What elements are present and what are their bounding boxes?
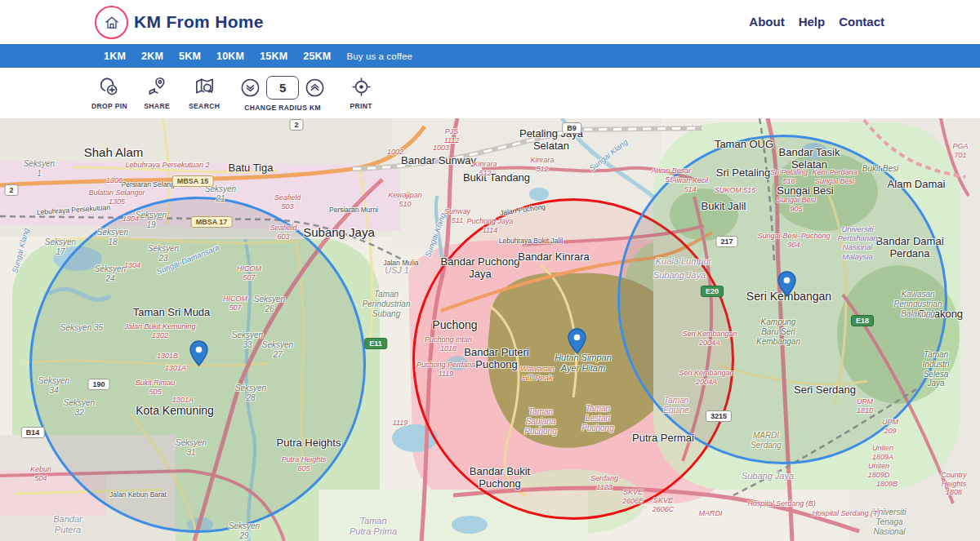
map-label: USJ 1: [385, 265, 409, 276]
nav-contact[interactable]: Contact: [839, 15, 884, 29]
map-label: Sungai Klang: [587, 137, 629, 173]
map-label: Kewajipan 510: [388, 191, 422, 208]
radius-decrease-icon[interactable]: [240, 78, 261, 98]
route-shield: 2: [289, 119, 303, 131]
map-canvas[interactable]: Shah AlamBatu TigaBandar SunwayPetaling …: [0, 118, 980, 541]
map-label: SKVE 2606C: [653, 496, 675, 513]
page-title[interactable]: KM From Home: [134, 12, 264, 32]
map-label: 1119: [393, 419, 408, 428]
map-label: Kinrara 512: [530, 156, 554, 173]
map-label: Bandar Sunway: [401, 154, 476, 166]
map-label: Country Heights 1808: [941, 471, 967, 497]
map-label: Batu Tiga: [229, 162, 274, 174]
top-navigation: About Help Contact: [749, 15, 884, 29]
map-label: Sungai Klang: [10, 227, 30, 274]
home-icon: [104, 15, 120, 31]
app-header: KM From Home About Help Contact: [0, 0, 980, 44]
drop-pin-icon: [99, 76, 121, 98]
map-pin[interactable]: [777, 271, 796, 300]
route-shield: B9: [562, 122, 581, 134]
map-label: Kinrara 512: [473, 160, 497, 177]
map-label: Jalan Mulia: [384, 259, 419, 267]
nav-help[interactable]: Help: [799, 15, 826, 29]
home-logo[interactable]: [95, 6, 128, 39]
km-link-10km[interactable]: 10KM: [216, 51, 244, 62]
map-label: Bandar Putera: [53, 514, 82, 535]
map-label: Hospital Serdang (B): [747, 499, 816, 508]
route-shield: 2: [4, 184, 18, 196]
route-shield: MBSA 15: [172, 175, 214, 187]
search-label: SEARCH: [189, 102, 220, 110]
map-label: Seksyen 1: [24, 159, 55, 179]
map-label: Uniten 1809A: [872, 444, 893, 461]
nav-about[interactable]: About: [749, 15, 784, 29]
map-overlays: Shah AlamBatu TigaBandar SunwayPetaling …: [0, 118, 980, 541]
km-link-25km[interactable]: 25KM: [303, 51, 331, 62]
km-link-1km[interactable]: 1KM: [104, 51, 126, 62]
map-label: Lebuhraya Persekutuan: [37, 203, 111, 216]
share-button[interactable]: SHARE: [139, 76, 175, 110]
drop-pin-label: DROP PIN: [91, 102, 127, 110]
map-label: Subang Jaya: [303, 225, 375, 240]
map-label: Bukit Tandang: [463, 171, 530, 184]
search-icon: [194, 76, 216, 98]
change-radius-label: CHANGE RADIUS KM: [244, 104, 321, 112]
map-label: Sunway 511: [444, 207, 470, 224]
map-label: 1306: [106, 176, 122, 185]
map-label: PJS 1112: [444, 127, 460, 144]
map-label: Hospital Serdang (T): [812, 509, 880, 518]
map-label: Persiaran Murni: [329, 206, 378, 214]
map-label: Seafield 503: [274, 193, 301, 211]
map-label: Lebuhraya Persekutuan 2: [125, 161, 209, 170]
map-label: Bulatan Selangor 1305: [88, 188, 145, 206]
radius-km-input[interactable]: [266, 76, 299, 100]
map-label: Kebun 504: [30, 465, 51, 482]
map-label: 1809B: [876, 480, 898, 489]
print-icon: [350, 76, 372, 98]
map-label: MARDI: [699, 509, 723, 518]
map-toolbar: DROP PIN SHARE SEARCH: [0, 68, 980, 118]
km-link-2km[interactable]: 2KM: [141, 51, 163, 62]
map-label: Taman Putra Prima: [350, 516, 397, 537]
map-label: PGA 701: [952, 142, 968, 159]
map-pin[interactable]: [189, 340, 208, 370]
print-label: PRINT: [350, 102, 372, 110]
map-pin[interactable]: [568, 328, 586, 357]
map-label: Sungai Klang: [423, 212, 448, 259]
km-link-5km[interactable]: 5KM: [179, 51, 201, 62]
map-label: Petaling Jaya Selatan: [519, 127, 583, 153]
buy-coffee-link[interactable]: Buy us a coffee: [346, 51, 412, 61]
route-shield: E11: [364, 338, 387, 349]
map-label: 1002: [387, 148, 403, 157]
print-button[interactable]: PRINT: [343, 76, 379, 110]
share-icon: [146, 76, 168, 98]
change-radius-control: CHANGE RADIUS KM: [234, 76, 332, 112]
map-label: Universiti Tenaga Nasional: [872, 508, 906, 536]
map-label: Shah Alam: [84, 145, 144, 160]
search-button[interactable]: SEARCH: [186, 76, 222, 110]
drop-pin-button[interactable]: DROP PIN: [91, 76, 127, 110]
km-quick-bar: 1KM 2KM 5KM 10KM 15KM 25KM Buy us a coff…: [0, 44, 980, 68]
radius-increase-icon[interactable]: [305, 78, 325, 98]
map-label: Subang Jaya: [742, 471, 794, 481]
share-label: SHARE: [144, 102, 170, 110]
map-label: Persiaran Selangor: [122, 180, 181, 188]
map-label: 1003: [433, 144, 449, 153]
map-label: Uniten 1809D: [868, 462, 890, 479]
map-label: Taman Perindustrian Subang: [363, 290, 411, 318]
km-link-15km[interactable]: 15KM: [260, 51, 287, 62]
route-shield: B14: [21, 427, 45, 438]
